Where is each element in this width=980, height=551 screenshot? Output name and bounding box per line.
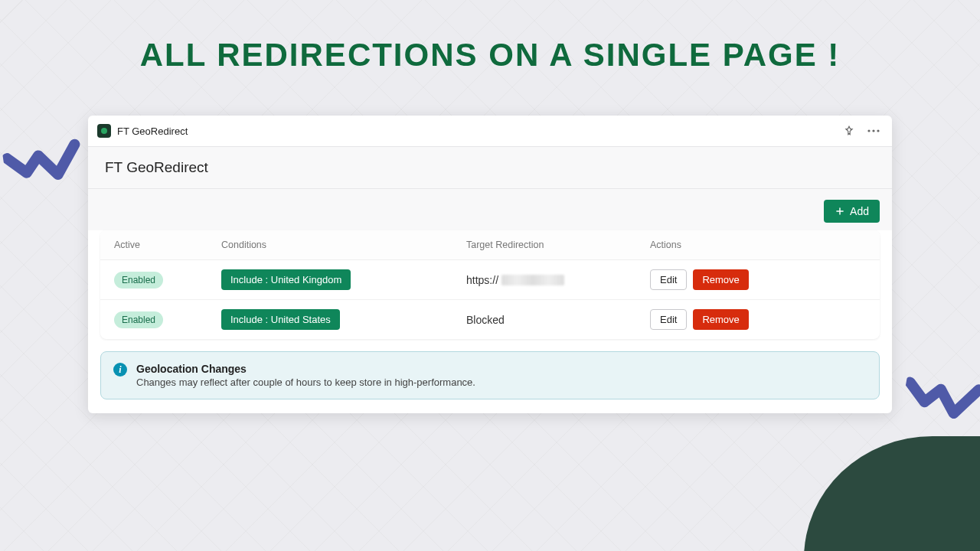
info-banner: i Geolocation Changes Changes may reflec… bbox=[100, 351, 880, 399]
condition-badge: Include : United States bbox=[221, 309, 340, 330]
app-bar: FT GeoRedirect bbox=[88, 116, 892, 147]
app-name: FT GeoRedirect bbox=[117, 126, 188, 137]
plus-icon bbox=[835, 206, 845, 217]
section-title: FT GeoRedirect bbox=[88, 147, 892, 189]
target-cell: Blocked bbox=[466, 314, 650, 326]
info-title: Geolocation Changes bbox=[136, 363, 475, 375]
remove-button[interactable]: Remove bbox=[693, 309, 748, 330]
col-actions: Actions bbox=[650, 240, 866, 250]
edit-button[interactable]: Edit bbox=[650, 309, 687, 330]
col-conditions: Conditions bbox=[221, 240, 466, 250]
col-active: Active bbox=[114, 240, 221, 250]
page-title: ALL REDIRECTIONS ON A SINGLE PAGE ! bbox=[0, 0, 980, 73]
table-row: Enabled Include : United States Blocked … bbox=[100, 300, 880, 339]
svg-point-2 bbox=[877, 129, 879, 132]
toolbar: Add bbox=[88, 189, 892, 230]
more-icon[interactable] bbox=[864, 122, 883, 140]
target-text: Blocked bbox=[466, 314, 505, 326]
app-logo-icon bbox=[97, 124, 111, 138]
redirections-table: Active Conditions Target Redirection Act… bbox=[100, 230, 880, 339]
edit-button[interactable]: Edit bbox=[650, 269, 687, 290]
condition-badge: Include : United Kingdom bbox=[221, 269, 351, 290]
app-card: FT GeoRedirect FT GeoRedirect Add Active… bbox=[88, 116, 892, 413]
info-icon: i bbox=[113, 363, 127, 377]
add-button-label: Add bbox=[850, 205, 869, 217]
svg-point-1 bbox=[872, 129, 874, 132]
status-badge: Enabled bbox=[114, 272, 163, 289]
target-cell: https:// bbox=[466, 274, 650, 286]
col-target: Target Redirection bbox=[466, 240, 650, 250]
pin-icon[interactable] bbox=[840, 122, 858, 140]
svg-point-0 bbox=[867, 129, 870, 132]
actions-cell: Edit Remove bbox=[650, 269, 866, 290]
info-text: Changes may reflect after couple of hour… bbox=[136, 377, 475, 388]
actions-cell: Edit Remove bbox=[650, 309, 866, 330]
add-button[interactable]: Add bbox=[824, 200, 880, 223]
status-badge: Enabled bbox=[114, 311, 163, 328]
table-header: Active Conditions Target Redirection Act… bbox=[100, 230, 880, 260]
table-row: Enabled Include : United Kingdom https:/… bbox=[100, 260, 880, 300]
target-blurred bbox=[501, 275, 564, 285]
target-prefix: https:// bbox=[466, 274, 498, 286]
remove-button[interactable]: Remove bbox=[693, 269, 748, 290]
